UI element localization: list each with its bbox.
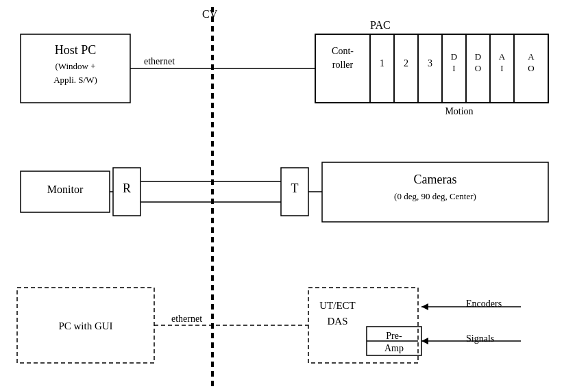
module-3: 3	[418, 58, 442, 69]
ut-ect-line1: UT/ECT	[308, 298, 367, 314]
module-ai: AI	[490, 51, 514, 75]
cameras-label: Cameras (0 deg, 90 deg, Center)	[322, 170, 548, 204]
controller-line1: Cont-	[315, 45, 370, 58]
host-pc-line2: (Window +	[21, 60, 130, 73]
module-1: 1	[370, 58, 394, 69]
controller-label: Cont- roller	[315, 45, 370, 71]
host-pc-label: Host PC (Window + Appli. S/W)	[21, 41, 130, 86]
ut-ect-line2: DAS	[308, 314, 367, 329]
ut-ect-das-label: UT/ECT DAS	[308, 298, 367, 329]
pre-amp-line1: Pre-	[367, 330, 421, 342]
svg-marker-26	[421, 303, 428, 310]
monitor-label: Monitor	[21, 184, 110, 196]
pac-label: PAC	[370, 19, 391, 31]
host-pc-line1: Host PC	[21, 41, 130, 60]
pre-amp-label: Pre- Amp	[367, 330, 421, 355]
diagram: CV PAC Host PC (Window + Appli. S/W) eth…	[0, 0, 588, 391]
cameras-line1: Cameras	[322, 170, 548, 190]
controller-line2: roller	[315, 58, 370, 72]
svg-marker-28	[421, 338, 428, 344]
t-label: T	[281, 181, 308, 196]
pre-amp-line2: Amp	[367, 342, 421, 355]
signals-label: Signals	[466, 333, 494, 344]
ethernet-bottom-label: ethernet	[171, 314, 202, 325]
motion-label: Motion	[370, 106, 548, 117]
r-label: R	[113, 181, 140, 196]
module-2: 2	[394, 58, 418, 69]
ethernet-top-label: ethernet	[144, 56, 175, 67]
module-do: DO	[466, 51, 490, 75]
cv-label: CV	[202, 8, 217, 21]
cameras-line2: (0 deg, 90 deg, Center)	[322, 190, 548, 204]
pc-gui-label: PC with GUI	[17, 320, 154, 332]
module-ao: AO	[514, 51, 548, 75]
module-di: DI	[442, 51, 466, 75]
host-pc-line3: Appli. S/W)	[21, 73, 130, 87]
encoders-label: Encoders	[466, 299, 502, 310]
